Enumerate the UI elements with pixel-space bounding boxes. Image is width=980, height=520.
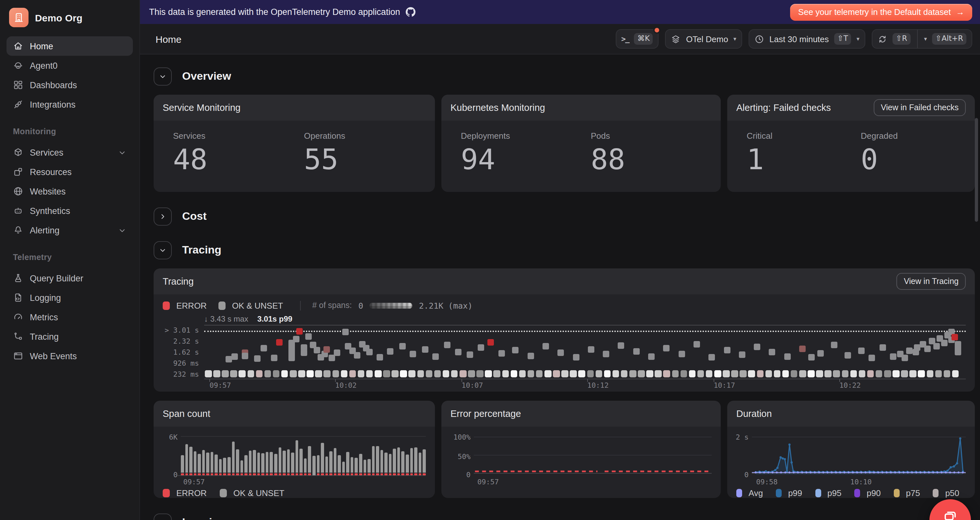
card-header: Error percentage: [441, 401, 721, 427]
home-icon: [13, 41, 23, 51]
heatmap-plot[interactable]: [204, 325, 966, 379]
x-tick-label: 09:57: [209, 381, 231, 390]
y-axis: 100% 50% 0: [448, 436, 474, 476]
chevron-down-icon[interactable]: [118, 148, 126, 156]
cost-expand-button[interactable]: [154, 207, 172, 226]
bar-error-segment: [363, 473, 366, 475]
sidebar-item-query-builder[interactable]: Query Builder: [6, 268, 133, 288]
bar-ok-segment: [287, 449, 290, 473]
heatmap-bottom-cell: [595, 370, 602, 377]
heatmap-cell: [754, 344, 760, 350]
bar: [198, 454, 200, 475]
see-telemetry-button[interactable]: See your telemetry in the Default datase…: [791, 3, 972, 21]
bar-ok-segment: [274, 454, 277, 473]
bar: [274, 454, 277, 475]
view-in-tracing-button[interactable]: View in Tracing: [897, 273, 966, 290]
bar-ok-segment: [253, 450, 256, 473]
sidebar-item-synthetics[interactable]: Synthetics: [6, 201, 133, 220]
sidebar-item-metrics[interactable]: Metrics: [6, 307, 133, 327]
y-axis: 6K 0: [160, 436, 181, 476]
y-tick-label: 0: [173, 471, 178, 479]
bar-error-segment: [202, 473, 205, 475]
bar-error-segment: [236, 473, 239, 475]
robot-icon: [13, 206, 23, 216]
x-tick-mark: [461, 379, 462, 382]
heatmap-cell: [890, 354, 896, 360]
sidebar-item-agent0[interactable]: Agent0: [6, 56, 133, 75]
heatmap-bottom-cell: [425, 370, 432, 377]
chevron-down-icon: ▾: [856, 36, 859, 42]
legend-label: p90: [867, 488, 880, 498]
sidebar-item-websites[interactable]: Websites: [6, 182, 133, 201]
bar-error-segment: [249, 473, 252, 475]
heatmap-cell: [296, 329, 303, 335]
heatmap-cell: [376, 354, 383, 361]
command-search-button[interactable]: >_ ⌘K: [616, 29, 659, 49]
bar-ok-segment: [389, 454, 392, 473]
heatmap-cell: [329, 355, 335, 361]
refresh-shortcut-badge: ⇧R: [892, 33, 910, 45]
sidebar-item-tracing[interactable]: Tracing: [6, 327, 133, 346]
sidebar-item-label: Query Builder: [30, 273, 83, 283]
card-title: Kubernetes Monitoring: [450, 102, 545, 113]
service-monitoring-card: Service Monitoring Services 48 Operation…: [154, 95, 435, 192]
sidebar-item-integrations[interactable]: Integrations: [6, 95, 133, 114]
bar-plot[interactable]: [181, 436, 426, 476]
bar-error-segment: [397, 473, 400, 475]
bar-ok-segment: [283, 450, 285, 473]
org-switcher[interactable]: Demo Org: [0, 0, 139, 34]
bar-ok-segment: [232, 441, 235, 473]
time-range-select[interactable]: Last 30 minutes ⇧T ▾: [749, 29, 865, 49]
bar: [351, 457, 353, 475]
x-tick-label: 09:57: [183, 478, 205, 486]
chat-fab-button[interactable]: [929, 499, 971, 520]
scrollbar-thumb[interactable]: [975, 118, 978, 222]
legend-label: OK & UNSET: [232, 300, 283, 310]
app-root: Demo Org Home Agent0 Dashboards Integrat…: [0, 0, 980, 520]
logging-collapse-button[interactable]: [154, 514, 172, 520]
refresh-icon[interactable]: [878, 34, 887, 44]
legend-label: ERROR: [176, 488, 207, 498]
y-axis: 2 s 0: [734, 436, 752, 476]
bar-error-segment: [414, 473, 417, 475]
line-plot[interactable]: [752, 436, 966, 476]
heatmap-wrap: > 3.01 s 2.32 s 1.62 s 926 ms 232 ms: [154, 325, 975, 379]
stat-label: Critical: [747, 131, 861, 141]
sidebar-item-resources[interactable]: Resources: [6, 162, 133, 182]
github-icon[interactable]: [406, 7, 415, 17]
sidebar-item-alerting[interactable]: Alerting: [6, 220, 133, 240]
heatmap-cell: [301, 344, 307, 351]
bar-ok-segment: [312, 456, 315, 475]
bar: [261, 453, 264, 475]
heatmap-cell: [739, 352, 745, 358]
card-header: Duration: [727, 401, 975, 427]
stat-value: 0: [861, 145, 975, 174]
card-body: 100% 50% 0: [441, 427, 721, 476]
heatmap-bottom-cell: [502, 370, 509, 377]
refresh-control[interactable]: ⇧R ▾ ⇧Alt+R: [872, 29, 972, 49]
bar-error-segment: [228, 473, 231, 475]
sidebar-item-logging[interactable]: Logging: [6, 288, 133, 307]
bar-ok-segment: [393, 449, 396, 473]
tracing-collapse-button[interactable]: [154, 241, 172, 259]
bar-error-segment: [334, 473, 336, 475]
bar: [363, 459, 366, 475]
heatmap-cell: [952, 334, 958, 340]
legend-swatch: [776, 489, 782, 497]
overview-collapse-button[interactable]: [154, 67, 172, 86]
sidebar-item-dashboards[interactable]: Dashboards: [6, 75, 133, 95]
heatmap-bottom-cell: [697, 370, 704, 377]
dataset-select[interactable]: OTel Demo ▾: [665, 29, 742, 49]
sidebar-item-home[interactable]: Home: [6, 36, 133, 56]
bar-ok-segment: [244, 455, 247, 473]
line-plot[interactable]: [474, 436, 712, 476]
sidebar-item-services[interactable]: Services: [6, 143, 133, 162]
sidebar-item-web-events[interactable]: Web Events: [6, 346, 133, 366]
duration-line-chart: [752, 436, 966, 476]
tracing-section-title: Tracing: [182, 244, 221, 257]
view-in-failed-checks-button[interactable]: View in Failed checks: [874, 99, 966, 116]
overview-section-title: Overview: [182, 70, 231, 83]
heatmap-cell: [231, 354, 238, 360]
chevron-down-icon[interactable]: [118, 226, 126, 234]
bar-error-segment: [347, 473, 349, 475]
